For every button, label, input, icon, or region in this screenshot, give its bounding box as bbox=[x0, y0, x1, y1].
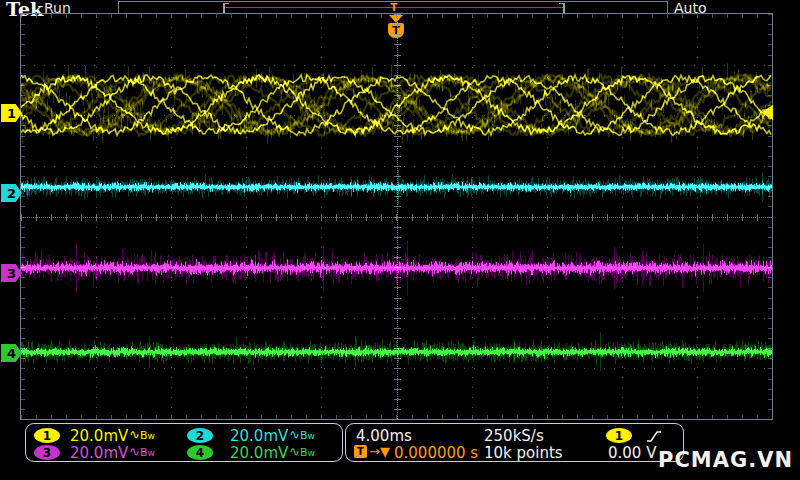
channel-1-marker[interactable]: 1 bbox=[1, 104, 22, 122]
channel-2-marker[interactable]: 2 bbox=[1, 184, 22, 202]
trigger-source-badge[interactable]: 1 bbox=[606, 428, 632, 443]
channel-1-scale[interactable]: 20.0mV bbox=[70, 427, 128, 445]
channel-2-badge[interactable]: 2 bbox=[187, 428, 213, 443]
trigger-level-readout[interactable]: 0.00 V bbox=[608, 444, 656, 462]
channel-4-coupling-bandwidth-icon: ∿Bw bbox=[289, 444, 315, 459]
channel-4-marker[interactable]: 4 bbox=[1, 344, 22, 362]
trigger-arrow-icons: →▼ bbox=[369, 444, 390, 459]
oscilloscope-screen: Tek Run Auto T T 1 2 3 4 1 20.0mV ∿Bw 2 … bbox=[0, 0, 800, 480]
channel-4-badge[interactable]: 4 bbox=[187, 445, 213, 460]
channel-3-scale[interactable]: 20.0mV bbox=[70, 444, 128, 462]
channel-readouts-panel: 1 20.0mV ∿Bw 2 20.0mV ∿Bw 3 20.0mV ∿Bw 4… bbox=[25, 423, 343, 462]
channel-3-coupling-bandwidth-icon: ∿Bw bbox=[129, 444, 155, 459]
channel-2-scale[interactable]: 20.0mV bbox=[230, 427, 288, 445]
watermark: PCMAG.VN bbox=[658, 448, 793, 472]
trigger-slope-rising-icon bbox=[646, 430, 662, 443]
channel-3-marker[interactable]: 3 bbox=[1, 264, 22, 282]
channel-2-coupling-bandwidth-icon: ∿Bw bbox=[289, 427, 315, 442]
channel-3-badge[interactable]: 3 bbox=[34, 445, 60, 460]
waveform-display bbox=[21, 14, 772, 419]
channel-4-scale[interactable]: 20.0mV bbox=[230, 444, 288, 462]
channel-1-coupling-bandwidth-icon: ∿Bw bbox=[129, 427, 155, 442]
record-length: 10k points bbox=[484, 444, 563, 462]
channel-1-badge[interactable]: 1 bbox=[34, 428, 60, 443]
horizontal-scale[interactable]: 4.00ms bbox=[356, 427, 412, 445]
sample-rate: 250kS/s bbox=[484, 427, 544, 445]
trigger-time-badge: T bbox=[354, 445, 367, 458]
trigger-position-readout[interactable]: 0.000000 s bbox=[394, 444, 478, 462]
horizontal-trigger-panel: 4.00ms 250kS/s 1 T →▼ 0.000000 s 10k poi… bbox=[345, 423, 684, 462]
